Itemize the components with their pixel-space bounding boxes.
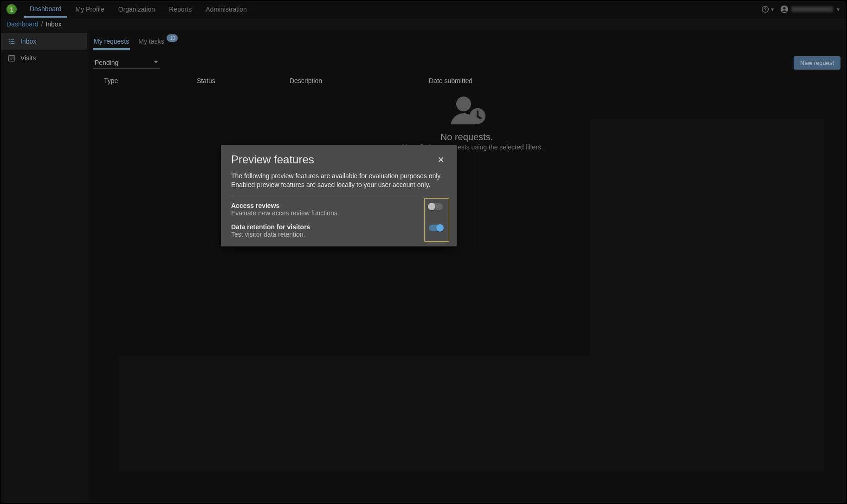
feature-list: Access reviews Evaluate new acces review… xyxy=(231,202,446,238)
dialog-description: The following preview features are avail… xyxy=(231,172,446,189)
feature-subtitle: Evaluate new acces review functions. xyxy=(231,209,339,217)
dialog-title: Preview features xyxy=(231,153,314,166)
feature-title: Access reviews xyxy=(231,202,339,209)
feature-row-access-reviews: Access reviews Evaluate new acces review… xyxy=(231,202,446,217)
feature-subtitle: Test visitor data retention. xyxy=(231,231,310,238)
app-root: 1 Dashboard My Profile Organization Repo… xyxy=(1,1,846,503)
feature-toggle-data-retention[interactable] xyxy=(429,225,443,231)
modal-scrim[interactable] xyxy=(1,1,846,503)
preview-features-dialog: Preview features The following preview f… xyxy=(221,145,457,246)
feature-row-data-retention: Data retention for visitors Test visitor… xyxy=(231,223,446,238)
feature-toggle-access-reviews[interactable] xyxy=(429,203,443,210)
dialog-divider xyxy=(231,195,446,195)
close-icon xyxy=(437,156,445,163)
dialog-close-button[interactable] xyxy=(435,154,446,165)
feature-title: Data retention for visitors xyxy=(231,223,310,231)
